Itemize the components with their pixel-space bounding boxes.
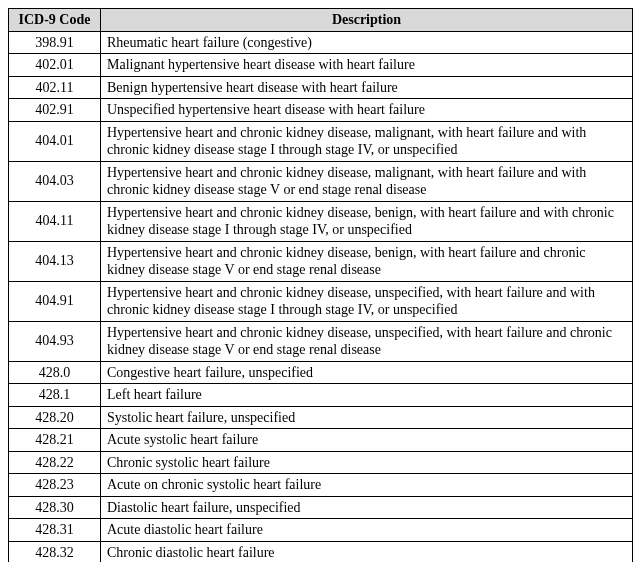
cell-description: Benign hypertensive heart disease with h… xyxy=(101,76,633,99)
cell-description: Hypertensive heart and chronic kidney di… xyxy=(101,321,633,361)
header-description: Description xyxy=(101,9,633,32)
cell-code: 404.13 xyxy=(9,241,101,281)
table-row: 404.93Hypertensive heart and chronic kid… xyxy=(9,321,633,361)
cell-code: 402.91 xyxy=(9,99,101,122)
cell-description: Systolic heart failure, unspecified xyxy=(101,406,633,429)
cell-code: 402.11 xyxy=(9,76,101,99)
table-row: 428.20Systolic heart failure, unspecifie… xyxy=(9,406,633,429)
cell-code: 428.20 xyxy=(9,406,101,429)
header-code: ICD-9 Code xyxy=(9,9,101,32)
cell-code: 404.01 xyxy=(9,121,101,161)
table-row: 428.32Chronic diastolic heart failure xyxy=(9,541,633,562)
cell-code: 404.11 xyxy=(9,201,101,241)
cell-code: 428.22 xyxy=(9,451,101,474)
table-row: 402.91Unspecified hypertensive heart dis… xyxy=(9,99,633,122)
cell-description: Congestive heart failure, unspecified xyxy=(101,361,633,384)
table-row: 428.31Acute diastolic heart failure xyxy=(9,519,633,542)
cell-code: 404.91 xyxy=(9,281,101,321)
cell-code: 402.01 xyxy=(9,54,101,77)
icd9-table: ICD-9 Code Description 398.91Rheumatic h… xyxy=(8,8,633,562)
cell-description: Left heart failure xyxy=(101,384,633,407)
cell-description: Hypertensive heart and chronic kidney di… xyxy=(101,241,633,281)
cell-description: Hypertensive heart and chronic kidney di… xyxy=(101,201,633,241)
table-row: 404.13Hypertensive heart and chronic kid… xyxy=(9,241,633,281)
cell-code: 428.0 xyxy=(9,361,101,384)
cell-code: 404.93 xyxy=(9,321,101,361)
table-body: 398.91Rheumatic heart failure (congestiv… xyxy=(9,31,633,562)
cell-description: Acute on chronic systolic heart failure xyxy=(101,474,633,497)
cell-description: Chronic systolic heart failure xyxy=(101,451,633,474)
table-row: 428.23Acute on chronic systolic heart fa… xyxy=(9,474,633,497)
table-row: 404.03Hypertensive heart and chronic kid… xyxy=(9,161,633,201)
table-row: 428.21Acute systolic heart failure xyxy=(9,429,633,452)
cell-description: Rheumatic heart failure (congestive) xyxy=(101,31,633,54)
cell-description: Acute diastolic heart failure xyxy=(101,519,633,542)
cell-code: 428.23 xyxy=(9,474,101,497)
cell-description: Hypertensive heart and chronic kidney di… xyxy=(101,161,633,201)
table-row: 402.11Benign hypertensive heart disease … xyxy=(9,76,633,99)
table-row: 428.0Congestive heart failure, unspecifi… xyxy=(9,361,633,384)
cell-code: 428.32 xyxy=(9,541,101,562)
cell-description: Diastolic heart failure, unspecified xyxy=(101,496,633,519)
cell-description: Hypertensive heart and chronic kidney di… xyxy=(101,121,633,161)
cell-description: Chronic diastolic heart failure xyxy=(101,541,633,562)
table-row: 404.01Hypertensive heart and chronic kid… xyxy=(9,121,633,161)
cell-description: Malignant hypertensive heart disease wit… xyxy=(101,54,633,77)
cell-code: 428.31 xyxy=(9,519,101,542)
table-row: 428.22Chronic systolic heart failure xyxy=(9,451,633,474)
cell-description: Hypertensive heart and chronic kidney di… xyxy=(101,281,633,321)
table-row: 428.1Left heart failure xyxy=(9,384,633,407)
cell-code: 428.30 xyxy=(9,496,101,519)
table-row: 404.91Hypertensive heart and chronic kid… xyxy=(9,281,633,321)
cell-code: 428.21 xyxy=(9,429,101,452)
cell-code: 398.91 xyxy=(9,31,101,54)
cell-code: 404.03 xyxy=(9,161,101,201)
table-row: 402.01Malignant hypertensive heart disea… xyxy=(9,54,633,77)
cell-description: Unspecified hypertensive heart disease w… xyxy=(101,99,633,122)
table-row: 404.11Hypertensive heart and chronic kid… xyxy=(9,201,633,241)
table-row: 428.30Diastolic heart failure, unspecifi… xyxy=(9,496,633,519)
cell-code: 428.1 xyxy=(9,384,101,407)
table-header-row: ICD-9 Code Description xyxy=(9,9,633,32)
table-row: 398.91Rheumatic heart failure (congestiv… xyxy=(9,31,633,54)
cell-description: Acute systolic heart failure xyxy=(101,429,633,452)
